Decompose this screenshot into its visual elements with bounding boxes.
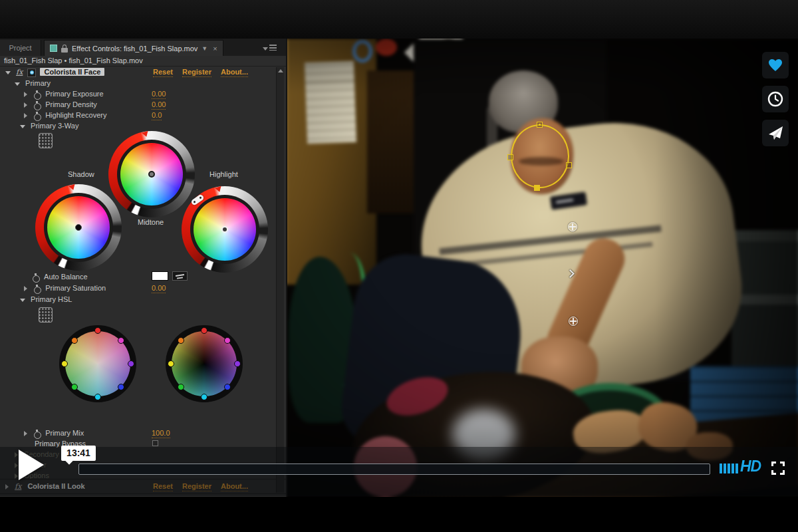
stopwatch-icon[interactable] bbox=[32, 273, 39, 281]
tracker-handle-bottom[interactable] bbox=[534, 185, 540, 191]
hsl-saturation-wheel[interactable] bbox=[59, 325, 136, 402]
letterbox-top bbox=[0, 0, 798, 39]
param-auto-balance: Auto Balance bbox=[0, 272, 277, 281]
param-label: Highlight Recovery bbox=[45, 111, 106, 119]
tab-project[interactable]: Project bbox=[0, 40, 41, 56]
tracker-handle-right[interactable] bbox=[566, 162, 572, 168]
stopwatch-icon[interactable] bbox=[33, 112, 41, 120]
disclosure-open-icon[interactable] bbox=[15, 82, 20, 86]
highlight-wheel-label: Highlight bbox=[209, 170, 238, 178]
hsl-dot-purple[interactable] bbox=[234, 360, 241, 367]
fullscreen-button[interactable] bbox=[771, 462, 785, 475]
hsl-dot-green[interactable] bbox=[71, 384, 78, 390]
keypad-grid-icon[interactable] bbox=[39, 133, 53, 148]
group-primary-hsl[interactable]: Primary HSL bbox=[0, 295, 277, 304]
cursor-arrow-icon bbox=[566, 269, 575, 278]
param-value[interactable]: 100.0 bbox=[152, 428, 170, 438]
share-button[interactable] bbox=[762, 120, 789, 146]
param-primary-density: Primary Density 0.00 bbox=[0, 100, 277, 109]
hsl-dot-green[interactable] bbox=[178, 384, 184, 390]
shadow-color-wheel[interactable] bbox=[35, 184, 122, 271]
hsl-dot-magenta[interactable] bbox=[224, 337, 231, 344]
wheel-center-dot[interactable] bbox=[221, 226, 228, 233]
hsl-dot-red[interactable] bbox=[94, 327, 101, 334]
hsl-dot-blue[interactable] bbox=[224, 384, 231, 390]
fx-icon[interactable]: fx bbox=[16, 68, 23, 76]
tab-close-icon[interactable]: × bbox=[213, 41, 217, 57]
eyedropper-icon[interactable] bbox=[172, 271, 188, 281]
midtone-wheel-label: Midtone bbox=[138, 218, 164, 226]
param-label: Primary Density bbox=[45, 100, 97, 108]
panel-scrollbar[interactable] bbox=[276, 67, 284, 493]
tracking-point-icon[interactable] bbox=[568, 222, 577, 231]
param-value[interactable]: 0.00 bbox=[152, 283, 166, 293]
letterbox-bottom bbox=[0, 497, 798, 532]
disclosure-open-icon[interactable] bbox=[5, 71, 11, 74]
scroll-up-icon[interactable] bbox=[278, 69, 283, 72]
shadow-wheel-label: Shadow bbox=[68, 170, 94, 178]
hsl-dot-magenta[interactable] bbox=[118, 337, 124, 344]
wheel-center-dot[interactable] bbox=[75, 224, 82, 231]
hsl-dot-orange[interactable] bbox=[71, 337, 78, 344]
stopwatch-icon[interactable] bbox=[33, 90, 41, 98]
param-label: Auto Balance bbox=[44, 273, 87, 281]
highlight-color-wheel[interactable] bbox=[182, 186, 268, 273]
effect-name[interactable]: Colorista II Face bbox=[40, 68, 104, 76]
bypass-checkbox[interactable] bbox=[152, 440, 158, 446]
play-button[interactable] bbox=[19, 450, 44, 480]
disclosure-open-icon[interactable] bbox=[20, 299, 25, 302]
hsl-lightness-wheel[interactable] bbox=[166, 325, 243, 402]
param-value[interactable]: 0.00 bbox=[152, 89, 166, 99]
tab-effect-controls[interactable]: Effect Controls: fish_01_Fish Slap.mov ▼… bbox=[44, 40, 223, 56]
stopwatch-icon[interactable] bbox=[33, 101, 41, 109]
disclosure-closed-icon[interactable] bbox=[24, 113, 27, 118]
hsl-dot-yellow[interactable] bbox=[61, 360, 68, 367]
param-value[interactable]: 0.00 bbox=[152, 100, 166, 110]
disclosure-closed-icon[interactable] bbox=[24, 431, 27, 436]
param-label: Primary Saturation bbox=[45, 284, 106, 292]
disclosure-closed-icon[interactable] bbox=[24, 102, 27, 108]
param-label: Primary Mix bbox=[45, 429, 84, 437]
video-frame[interactable] bbox=[287, 39, 798, 497]
hsl-dot-cyan[interactable] bbox=[201, 394, 207, 400]
hsl-dot-blue[interactable] bbox=[118, 384, 124, 390]
tab-effect-controls-label: Effect Controls: fish_01_Fish Slap.mov bbox=[72, 41, 198, 57]
stopwatch-icon[interactable] bbox=[33, 285, 41, 293]
hsl-dot-cyan[interactable] bbox=[94, 394, 101, 400]
white-balance-swatch[interactable] bbox=[152, 271, 168, 281]
hd-badge[interactable]: HD bbox=[740, 458, 761, 475]
disclosure-closed-icon[interactable] bbox=[24, 92, 27, 97]
panel-menu-icon[interactable] bbox=[263, 44, 277, 52]
panel-tab-bar: Project Effect Controls: fish_01_Fish Sl… bbox=[0, 39, 286, 56]
hsl-dot-orange[interactable] bbox=[178, 337, 184, 344]
param-primary-exposure: Primary Exposure 0.00 bbox=[0, 89, 277, 98]
disclosure-open-icon[interactable] bbox=[20, 125, 25, 128]
hsl-dot-red[interactable] bbox=[201, 327, 207, 334]
volume-bars[interactable] bbox=[720, 464, 738, 473]
about-link[interactable]: About... bbox=[221, 67, 248, 77]
group-primary-3way[interactable]: Primary 3-Way bbox=[0, 121, 277, 130]
disclosure-closed-icon[interactable] bbox=[24, 286, 27, 291]
stopwatch-icon[interactable] bbox=[33, 430, 41, 438]
tracking-point-icon[interactable] bbox=[569, 317, 578, 326]
face-tracker-ellipse[interactable] bbox=[511, 124, 569, 188]
breadcrumb: fish_01_Fish Slap • fish_01_Fish Slap.mo… bbox=[4, 57, 143, 65]
paper-plane-icon bbox=[767, 126, 783, 140]
reset-link[interactable]: Reset bbox=[153, 67, 173, 77]
effect-controls-panel: Project Effect Controls: fish_01_Fish Sl… bbox=[0, 39, 287, 497]
register-link[interactable]: Register bbox=[182, 67, 211, 77]
progress-bar[interactable] bbox=[78, 464, 710, 475]
wheel-center-dot[interactable] bbox=[148, 171, 155, 178]
tracker-handle-top[interactable] bbox=[537, 122, 543, 128]
hsl-dot-yellow[interactable] bbox=[168, 360, 174, 367]
tab-dropdown-icon[interactable]: ▼ bbox=[201, 41, 207, 57]
keypad-grid-icon[interactable] bbox=[39, 307, 53, 323]
lock-icon[interactable] bbox=[61, 45, 68, 53]
group-primary[interactable]: Primary bbox=[0, 78, 277, 88]
watch-later-button[interactable] bbox=[762, 86, 789, 112]
param-value[interactable]: 0.0 bbox=[152, 110, 162, 120]
like-button[interactable] bbox=[762, 52, 789, 78]
tracker-handle-left[interactable] bbox=[507, 154, 513, 160]
hsl-dot-purple[interactable] bbox=[128, 360, 134, 367]
time-tooltip: 13:41 bbox=[61, 446, 96, 461]
